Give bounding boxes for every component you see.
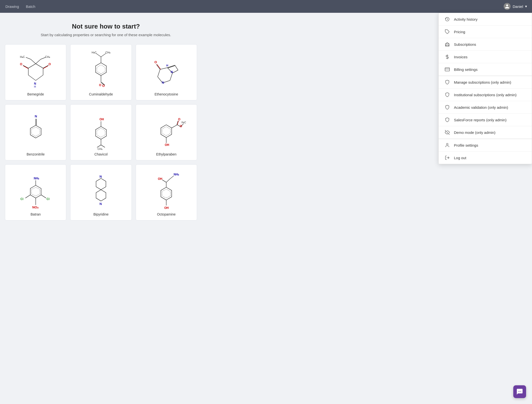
svg-line-11: [26, 57, 31, 59]
history-icon: [445, 16, 450, 22]
svg-text:OH: OH: [165, 143, 169, 147]
menu-item-salesforce-reports[interactable]: SalesForce reports (only admin): [439, 114, 532, 126]
svg-point-112: [520, 391, 521, 392]
svg-line-5: [36, 75, 43, 80]
svg-line-92: [162, 180, 166, 182]
person-icon: [445, 142, 450, 148]
chat-widget-button[interactable]: [513, 385, 526, 398]
molecule-name-batran: Batran: [31, 212, 41, 216]
svg-line-43: [167, 66, 175, 68]
svg-line-2: [28, 64, 36, 68]
svg-text:N: N: [34, 82, 36, 85]
svg-marker-20: [96, 63, 106, 76]
molecule-image-chavicol: OH CH₂: [76, 109, 126, 150]
molecule-name-benzonitrile: Benzonitrile: [27, 152, 45, 156]
svg-line-0: [28, 75, 36, 80]
molecule-name-chavicol: Chavicol: [94, 152, 108, 156]
molecule-image-bemegride: O O N H H₃C CH₃: [11, 48, 60, 90]
svg-marker-48: [30, 125, 41, 138]
svg-marker-49: [32, 127, 40, 136]
molecule-name-octopamine: Octopamine: [157, 212, 176, 216]
menu-label-billing-settings: Billing settings: [454, 67, 478, 72]
svg-line-10: [31, 59, 36, 64]
menu-item-profile-settings[interactable]: Profile settings: [439, 139, 532, 152]
page-title: Not sure how to start?: [5, 23, 207, 30]
menu-item-activity-history[interactable]: Activity history: [439, 13, 532, 26]
svg-text:N: N: [100, 202, 102, 206]
nav-drawing[interactable]: Drawing: [5, 3, 19, 10]
molecule-image-bipyridine: N N: [76, 169, 126, 210]
shield-admin-icon: [445, 79, 450, 85]
molecule-image-ethylparaben: O O OH H₃C: [142, 109, 191, 150]
logout-icon: [445, 155, 450, 160]
menu-item-institutional-subscriptions[interactable]: Institutional subscriptions (only admin): [439, 89, 532, 101]
svg-text:O: O: [49, 62, 51, 66]
molecule-name-ethenocytosine: Ethenocytosine: [154, 92, 178, 96]
molecule-card-bipyridine[interactable]: N N Bipyridine: [70, 164, 132, 220]
svg-text:Cl: Cl: [20, 197, 23, 201]
molecule-image-octopamine: OH NH₂ OH: [142, 169, 191, 210]
svg-text:O: O: [180, 124, 182, 128]
card-icon: [445, 67, 450, 72]
svg-marker-84: [96, 190, 106, 201]
svg-line-33: [158, 69, 160, 77]
user-dropdown-menu: Activity history Pricing Subscriptions: [438, 13, 532, 164]
svg-text:CH₃: CH₃: [105, 51, 110, 54]
svg-text:NH₂: NH₂: [34, 177, 39, 180]
molecule-image-ethenocytosine: O N N H: [142, 48, 191, 90]
menu-item-subscriptions[interactable]: Subscriptions: [439, 38, 532, 51]
menu-item-academic-validation[interactable]: Academic validation (only admin): [439, 101, 532, 114]
svg-line-12: [36, 59, 41, 64]
molecule-card-ethenocytosine[interactable]: O N N H Ethenocytosine: [136, 44, 197, 100]
page-subtitle: Start by calculating properties or searc…: [5, 33, 207, 37]
molecule-card-ethylparaben[interactable]: O O OH H₃C Ethylparaben: [136, 104, 197, 160]
molecule-card-cuminaldehyde[interactable]: O H₃C CH₃ O Cuminaldehyde: [70, 44, 132, 100]
svg-line-3: [36, 64, 43, 68]
svg-line-13: [41, 57, 46, 59]
dollar-icon: [445, 54, 450, 60]
svg-marker-74: [32, 187, 40, 196]
svg-text:CH₃: CH₃: [45, 55, 50, 58]
user-avatar: [504, 3, 511, 10]
menu-item-pricing[interactable]: Pricing: [439, 26, 532, 38]
svg-line-34: [160, 68, 167, 69]
menu-label-institutional-subscriptions: Institutional subscriptions (only admin): [454, 93, 516, 97]
menu-item-manage-subscriptions[interactable]: Manage subscriptions (only admin): [439, 76, 532, 89]
molecule-card-chavicol[interactable]: OH CH₂ Chavicol: [70, 104, 132, 160]
svg-text:N: N: [171, 70, 173, 74]
svg-line-8: [43, 65, 49, 68]
menu-item-billing-settings[interactable]: Billing settings: [439, 63, 532, 76]
svg-line-63: [172, 125, 177, 128]
svg-line-58: [101, 145, 105, 147]
svg-text:Cl: Cl: [47, 197, 50, 201]
menu-label-demo-mode: Demo mode (only admin): [454, 130, 495, 135]
shield-academic-icon: [445, 105, 450, 110]
menu-item-demo-mode[interactable]: Demo mode (only admin): [439, 126, 532, 139]
menu-label-subscriptions: Subscriptions: [454, 42, 476, 47]
molecule-card-bemegride[interactable]: O O N H H₃C CH₃ Bemegride: [5, 44, 66, 100]
svg-line-36: [170, 73, 172, 80]
svg-text:O: O: [154, 60, 157, 64]
molecule-card-benzonitrile[interactable]: N Benzonitrile: [5, 104, 66, 160]
username: Daniel: [513, 4, 523, 9]
molecule-image-cuminaldehyde: O H₃C CH₃ O: [76, 48, 126, 90]
user-menu-trigger[interactable]: Daniel ▾: [504, 3, 527, 10]
svg-text:O: O: [20, 62, 22, 66]
svg-line-91: [170, 176, 174, 179]
nav-batch[interactable]: Batch: [25, 3, 36, 10]
menu-item-logout[interactable]: Log out: [439, 152, 532, 164]
menu-item-invoices[interactable]: Invoices: [439, 51, 532, 63]
molecule-card-octopamine[interactable]: OH NH₂ OH Octopamine: [136, 164, 197, 220]
main-content: Not sure how to start? Start by calculat…: [0, 13, 212, 230]
svg-line-90: [166, 179, 170, 182]
menu-label-profile-settings: Profile settings: [454, 143, 478, 147]
menu-label-logout: Log out: [454, 156, 466, 160]
menu-label-invoices: Invoices: [454, 55, 467, 59]
svg-point-108: [447, 143, 448, 145]
svg-line-76: [25, 195, 30, 198]
menu-label-salesforce-reports: SalesForce reports (only admin): [454, 118, 506, 122]
molecule-card-batran[interactable]: NH₂ Cl Cl NO₂ Batran: [5, 164, 66, 220]
molecule-image-benzonitrile: N: [11, 109, 60, 150]
header: Drawing Batch Daniel ▾: [0, 0, 532, 13]
svg-text:OH: OH: [100, 118, 104, 121]
